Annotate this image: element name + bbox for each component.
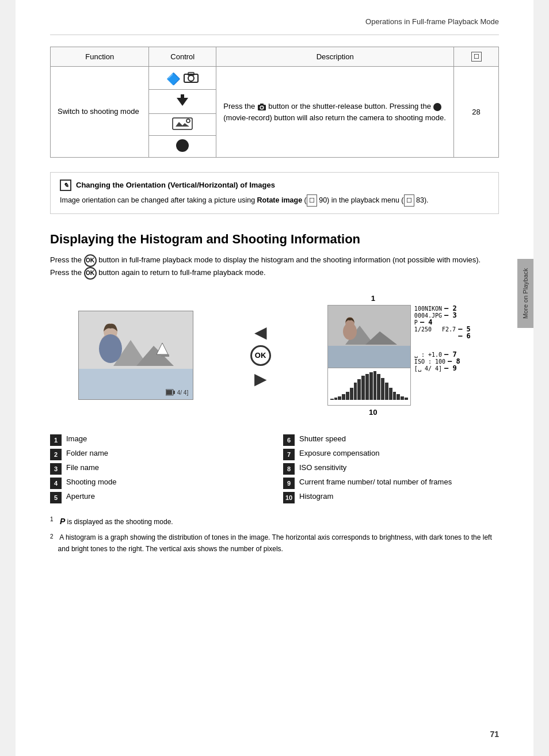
footnote-num: 2 [50, 532, 54, 554]
spacer-1 [414, 339, 471, 351]
item-num-badge: 2 [50, 449, 62, 460]
list-item: 1Image [50, 434, 266, 446]
label-line-56: 1/250 F2.7 — 5— 6 [414, 326, 471, 339]
footnote-item: 2 A histogram is a graph showing the dis… [50, 532, 499, 554]
right-panel-boxes [327, 305, 411, 406]
section-body: Press the OK button in full-frame playba… [50, 254, 499, 280]
item-num-badge: 3 [50, 463, 62, 475]
item-text: Aperture [66, 491, 95, 502]
iso-label: ISO : 100 [414, 359, 445, 365]
label-line-2: 100NIKON — 2 [414, 305, 471, 312]
col-control: Control [149, 47, 216, 67]
sidebar-tab: More on Playback [517, 259, 533, 328]
svg-rect-21 [173, 391, 175, 394]
list-item: 5Aperture [50, 491, 266, 503]
histogram-bar [373, 371, 377, 400]
item-text: File name [66, 463, 99, 473]
histogram-bar [381, 378, 384, 400]
ok-button-icon-2: OK [84, 267, 97, 280]
histogram-bar [361, 376, 365, 400]
ref-num-28: 28 [454, 67, 499, 158]
num-3: — 3 [444, 312, 457, 319]
control-camera: 🔷 [149, 67, 216, 90]
left-image-box: 15/11/2010 15:30 0004.JPG [78, 311, 193, 400]
histogram-bar [377, 374, 380, 400]
histogram-bar [350, 388, 353, 400]
item-num-badge: 7 [283, 449, 295, 460]
diagram-area: 15/11/2010 15:30 0004.JPG [50, 294, 499, 417]
folder-name-label: 100NIKON [414, 306, 442, 312]
right-panel-inner: 100NIKON — 2 0004.JPG — 3 P — 4 1/250 [327, 305, 471, 406]
histogram-bar [338, 396, 341, 400]
navigation-arrows: ◀ OK ▶ [250, 323, 271, 388]
control-down [149, 90, 216, 114]
label-10: 10 [327, 408, 419, 417]
frame-info-left: 4/ 4] [177, 390, 188, 396]
ok-button-icon: OK [84, 254, 97, 267]
histogram-bar [342, 394, 345, 400]
footnote-text: A histogram is a graph showing the distr… [58, 532, 499, 554]
down-arrow-icon [176, 93, 189, 108]
section-title: Displaying the Histogram and Shooting In… [50, 231, 499, 248]
list-item: 10Histogram [283, 491, 499, 503]
histogram-bar [369, 372, 373, 400]
note-edit-icon: ✎ [60, 180, 71, 191]
item-num-badge: 9 [283, 478, 295, 489]
list-item: 9Current frame number/ total number of f… [283, 477, 499, 489]
camera-svg-icon [183, 70, 199, 83]
note-title: ✎ Changing the Orientation (Vertical/Hor… [60, 180, 489, 191]
left-arrow-icon: ◀ [254, 323, 267, 342]
list-item: 4Shooting mode [50, 477, 266, 489]
desc-cell-switch: Press the button or the shutter-release … [216, 67, 454, 158]
page-number: 71 [490, 730, 499, 739]
col-function: Function [51, 47, 149, 67]
ok-circle-icon: OK [250, 345, 271, 366]
items-list: 1Image6Shutter speed2Folder name7Exposur… [50, 434, 499, 503]
func-cell-switch: Switch to shooting mode [51, 67, 149, 158]
footnote-text: P is displayed as the shooting mode. [58, 515, 173, 528]
item-text: ISO sensitivity [299, 463, 346, 473]
panel-image [327, 305, 411, 368]
footnotes: 1 P is displayed as the shooting mode.2 … [50, 515, 499, 555]
svg-point-10 [186, 119, 190, 123]
function-table: Function Control Description ☐ Switch to… [50, 47, 499, 158]
histogram-bar [385, 383, 388, 400]
item-num-badge: 1 [50, 434, 62, 446]
histogram-bar [334, 398, 338, 400]
item-num-badge: 8 [283, 463, 295, 475]
label-line-9: [␣ 4/ 4] — 9 [414, 365, 471, 372]
right-arrow-icon: ▶ [254, 369, 267, 388]
page-header: Operations in Full-frame Playback Mode [50, 17, 499, 35]
num-4: — 4 [420, 319, 433, 326]
svg-point-1 [188, 75, 194, 81]
histogram-bar [330, 399, 334, 400]
circle-filled-icon [176, 139, 189, 152]
histogram-bar [389, 388, 392, 400]
col-ref: ☐ [454, 47, 499, 67]
note-body: Image orientation can be changed after t… [60, 194, 489, 207]
svg-marker-7 [177, 98, 188, 106]
histogram-bar [405, 398, 408, 400]
right-panel-container: 1 [327, 294, 471, 417]
label-1: 1 [327, 294, 419, 303]
svg-rect-8 [181, 94, 184, 99]
table-row-camera: Switch to shooting mode 🔷 Press the [51, 67, 499, 90]
num-9: — 9 [444, 365, 457, 372]
item-text: Folder name [66, 448, 108, 459]
note-box: ✎ Changing the Orientation (Vertical/Hor… [50, 172, 499, 214]
list-item: 3File name [50, 463, 266, 475]
col-description: Description [216, 47, 454, 67]
svg-point-5 [261, 106, 263, 109]
footnote-num: 1 [50, 515, 54, 528]
func-text: Switch to shooting mode [58, 107, 139, 116]
control-circle [149, 136, 216, 158]
num-56: — 5— 6 [458, 326, 471, 339]
svg-rect-22 [166, 390, 172, 395]
item-num-badge: 4 [50, 478, 62, 489]
histogram-bar [396, 394, 400, 400]
item-text: Image [66, 434, 87, 444]
ref-icon: ☐ [471, 52, 482, 62]
item-num-badge: 5 [50, 492, 62, 503]
page-container: More on Playback Operations in Full-fram… [16, 0, 533, 756]
svg-rect-16 [161, 354, 169, 357]
